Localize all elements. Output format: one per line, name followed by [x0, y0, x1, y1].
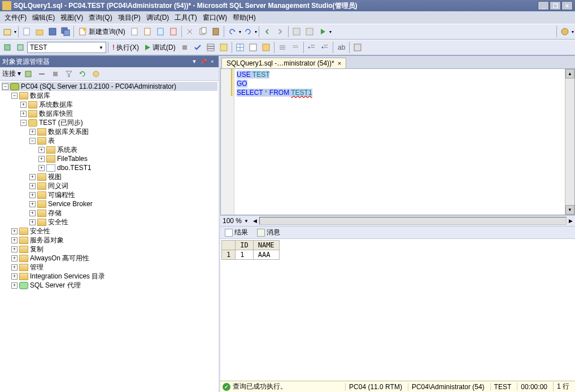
tree-integration[interactable]: Integration Services 目录 [30, 272, 105, 281]
tree-views[interactable]: 视图 [48, 172, 62, 182]
col-header-name[interactable]: NAME [253, 241, 279, 250]
toggle-icon[interactable]: + [29, 210, 36, 216]
toggle-icon[interactable]: + [29, 174, 36, 180]
toggle-icon[interactable]: + [11, 273, 18, 280]
toggle-icon[interactable]: + [38, 147, 45, 153]
toggle-icon[interactable]: + [20, 102, 27, 108]
cut-button[interactable] [184, 25, 196, 38]
results-text-button[interactable] [247, 41, 259, 54]
disconnect-icon[interactable] [36, 68, 48, 80]
oe-misc-icon[interactable] [90, 68, 102, 80]
chevron-left-icon[interactable]: ◀ [253, 218, 257, 224]
toggle-icon[interactable]: + [20, 111, 27, 117]
stop-button[interactable] [178, 41, 191, 54]
comment-button[interactable] [276, 41, 289, 54]
tb2-misc1[interactable]: ab [335, 41, 347, 54]
panel-pin-icon[interactable]: 📌 [199, 58, 207, 66]
nav-back-button[interactable] [261, 25, 273, 38]
tb2-icon-1[interactable] [1, 41, 14, 54]
menu-project[interactable]: 项目(P) [116, 12, 143, 24]
menu-help[interactable]: 帮助(H) [230, 12, 258, 24]
toggle-icon[interactable]: − [11, 93, 18, 99]
col-header-id[interactable]: ID [236, 241, 253, 250]
tree-replication[interactable]: 复制 [30, 245, 43, 254]
outdent-button[interactable] [319, 41, 331, 54]
tree-programmability[interactable]: 可编程性 [48, 190, 75, 200]
tree-db-snapshot[interactable]: 数据库快照 [39, 109, 73, 119]
chevron-down-icon[interactable]: ▼ [244, 219, 249, 224]
database-combo[interactable]: TEST ▼ [27, 42, 106, 53]
toggle-icon[interactable]: + [29, 192, 36, 198]
chevron-right-icon[interactable]: ▶ [569, 218, 573, 224]
menu-debug[interactable]: 调试(D) [144, 12, 172, 24]
close-button[interactable]: × [561, 1, 573, 10]
nav-fwd-button[interactable] [274, 25, 286, 38]
messages-tab[interactable]: 消息 [255, 227, 282, 238]
cell-id[interactable]: 1 [236, 250, 253, 260]
toggle-icon[interactable]: + [29, 219, 36, 225]
results-file-button[interactable] [260, 41, 272, 54]
tree-storage[interactable]: 存储 [48, 208, 62, 218]
toggle-icon[interactable]: + [38, 156, 45, 162]
tb2-opt1[interactable] [204, 41, 217, 54]
new-button[interactable] [20, 25, 33, 38]
copy-button[interactable] [197, 25, 209, 38]
tree-sql-agent[interactable]: SQL Server 代理 [30, 281, 81, 290]
tb2-icon-2[interactable] [14, 41, 27, 54]
tree-db-diagram[interactable]: 数据库关系图 [48, 127, 89, 137]
tree-management[interactable]: 管理 [30, 263, 43, 272]
tree-service-broker[interactable]: Service Broker [48, 200, 93, 208]
toggle-icon[interactable]: + [11, 255, 18, 262]
tree-server[interactable]: PC04 (SQL Server 11.0.2100 - PC04\Admini… [21, 82, 176, 90]
toggle-icon[interactable]: + [11, 237, 18, 243]
filter-icon[interactable] [63, 68, 75, 80]
sql-editor[interactable]: USE TEST GO SELECT * FROM TEST1 ▲ ▼ [220, 68, 575, 215]
indent-button[interactable] [306, 41, 318, 54]
tree-security-db[interactable]: 安全性 [48, 217, 68, 227]
tree-dbo-test1[interactable]: dbo.TEST1 [57, 164, 92, 172]
toggle-icon[interactable]: + [11, 228, 18, 234]
tree-databases[interactable]: 数据库 [30, 91, 50, 101]
tb-icon-right[interactable] [559, 25, 571, 38]
menu-query[interactable]: 查询(Q) [86, 12, 114, 24]
tree-tables[interactable]: 表 [48, 136, 55, 146]
tree-alwayson[interactable]: AlwaysOn 高可用性 [30, 254, 89, 263]
uncomment-button[interactable] [289, 41, 302, 54]
tree-synonyms[interactable]: 同义词 [48, 181, 68, 191]
minimize-button[interactable]: _ [538, 1, 549, 10]
tb-play-icon[interactable] [316, 25, 329, 38]
row-header[interactable]: 1 [222, 250, 236, 260]
toggle-icon[interactable]: − [29, 138, 36, 144]
tb-icon-4[interactable] [167, 25, 180, 38]
tree-sys-databases[interactable]: 系统数据库 [39, 100, 73, 110]
parse-button[interactable] [191, 41, 204, 54]
editor-scrollbar[interactable]: ▲ ▼ [565, 69, 574, 215]
results-grid-button[interactable] [234, 41, 246, 54]
paste-button[interactable] [210, 25, 222, 38]
toggle-icon[interactable]: + [11, 246, 18, 252]
redo-button[interactable] [242, 25, 254, 38]
menu-tools[interactable]: 工具(T) [172, 12, 199, 24]
scroll-up-icon[interactable]: ▲ [565, 69, 574, 79]
tree-server-objects[interactable]: 服务器对象 [30, 236, 64, 245]
menu-window[interactable]: 窗口(W) [201, 12, 229, 24]
toggle-icon[interactable]: + [29, 201, 36, 207]
toggle-icon[interactable]: + [29, 129, 36, 135]
toggle-icon[interactable]: + [38, 165, 45, 171]
results-grid[interactable]: ID NAME 1 1 AAA [220, 239, 575, 381]
new-project-button[interactable] [1, 25, 14, 38]
connect-button[interactable]: 连接 ▾ [2, 69, 21, 79]
menu-edit[interactable]: 编辑(E) [30, 12, 57, 24]
save-button[interactable] [46, 25, 59, 38]
tb-icon-2[interactable] [141, 25, 154, 38]
new-query-button[interactable]: 新建查询(N) [76, 25, 128, 38]
tb-icon-1[interactable] [128, 25, 141, 38]
toggle-icon[interactable]: + [29, 183, 36, 189]
debug-button[interactable]: 调试(D) [142, 41, 178, 54]
editor-content[interactable]: USE TEST GO SELECT * FROM TEST1 [234, 69, 315, 215]
tree-test-db[interactable]: TEST (已同步) [39, 118, 83, 128]
tab-close-icon[interactable]: × [338, 60, 341, 67]
panel-dropdown-icon[interactable]: ▼ [190, 58, 198, 66]
save-all-button[interactable] [59, 25, 72, 38]
tb2-opt2[interactable] [217, 41, 230, 54]
